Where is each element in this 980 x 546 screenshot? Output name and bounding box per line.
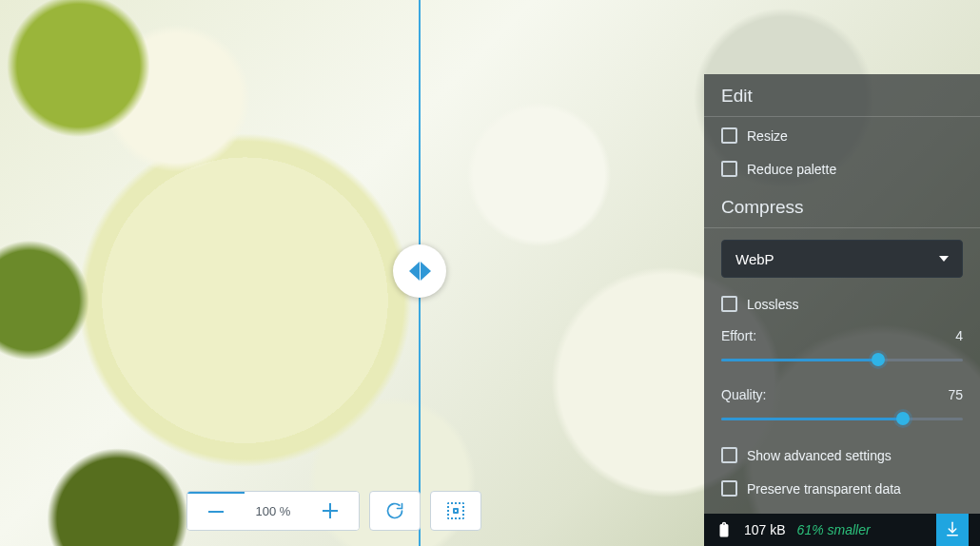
effort-value: 4	[955, 328, 963, 343]
transform-button[interactable]	[430, 491, 481, 531]
resize-checkbox-row[interactable]: Resize	[704, 119, 980, 152]
image-compressor-app: 100 % Edit Resize Reduce palette	[0, 0, 980, 546]
effort-label: Effort:	[721, 328, 756, 343]
resize-label: Resize	[747, 128, 788, 144]
download-icon	[944, 520, 961, 540]
format-select[interactable]: WebP	[721, 240, 963, 278]
transform-icon	[447, 502, 464, 519]
rotate-icon	[385, 501, 404, 520]
zoom-level-label: 100 %	[245, 492, 302, 530]
compare-handle[interactable]	[393, 244, 446, 298]
checkbox-icon	[721, 127, 737, 144]
chevron-down-icon	[939, 256, 949, 262]
checkbox-icon	[721, 161, 737, 177]
quality-slider-row: Quality: 75	[704, 380, 980, 439]
format-selected-label: WebP	[735, 251, 774, 267]
advanced-checkbox-row[interactable]: Show advanced settings	[704, 439, 980, 472]
reduce-palette-checkbox-row[interactable]: Reduce palette	[704, 152, 980, 185]
lossless-label: Lossless	[747, 297, 798, 312]
settings-panel: Edit Resize Reduce palette Compress WebP…	[704, 74, 980, 546]
checkbox-icon	[721, 480, 737, 497]
zoom-in-button[interactable]	[302, 492, 359, 530]
quality-label: Quality:	[721, 387, 766, 402]
minus-icon	[208, 511, 224, 513]
quality-value: 75	[948, 387, 963, 402]
edit-header: Edit	[704, 74, 980, 114]
output-size: 107 kB	[744, 522, 786, 537]
status-bar: 107 kB 61% smaller	[704, 514, 980, 546]
slider-thumb[interactable]	[896, 412, 910, 425]
arrow-left-icon	[409, 262, 420, 281]
quality-slider[interactable]	[721, 412, 963, 425]
clipboard-icon	[715, 521, 733, 538]
lossless-checkbox-row[interactable]: Lossless	[704, 287, 980, 321]
zoom-out-button[interactable]	[187, 492, 245, 530]
checkbox-icon	[721, 447, 737, 463]
compare-divider[interactable]	[419, 0, 421, 546]
arrow-right-icon	[421, 262, 431, 281]
download-button[interactable]	[936, 514, 969, 546]
preserve-transparent-checkbox-row[interactable]: Preserve transparent data	[704, 472, 980, 505]
checkbox-icon	[721, 296, 737, 312]
savings-percent: 61% smaller	[797, 522, 871, 537]
effort-slider[interactable]	[721, 353, 963, 366]
bottom-toolbar: 100 %	[186, 491, 481, 531]
advanced-label: Show advanced settings	[747, 448, 892, 463]
compress-header: Compress	[704, 185, 980, 225]
plus-icon	[323, 503, 338, 518]
preserve-label: Preserve transparent data	[747, 481, 901, 497]
reduce-palette-label: Reduce palette	[747, 162, 836, 177]
effort-slider-row: Effort: 4	[704, 321, 980, 380]
slider-thumb[interactable]	[872, 353, 885, 366]
zoom-group: 100 %	[186, 491, 360, 531]
rotate-button[interactable]	[369, 491, 421, 531]
